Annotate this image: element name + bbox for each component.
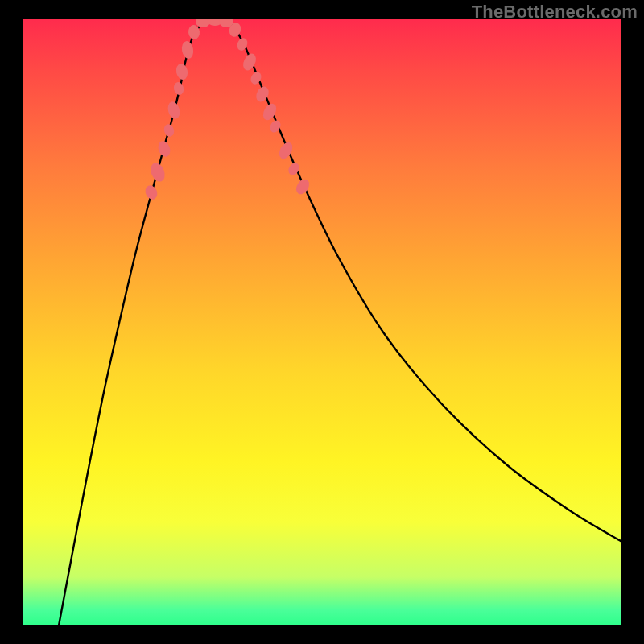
highlight-dot — [172, 81, 185, 96]
gradient-plot-area — [23, 19, 621, 625]
highlight-dot — [241, 52, 258, 72]
chart-svg — [23, 19, 621, 625]
highlight-dot — [180, 40, 195, 60]
highlight-dots — [143, 19, 312, 201]
highlight-dot — [143, 184, 159, 201]
main-curve — [59, 19, 621, 625]
highlight-dot — [294, 177, 312, 196]
highlight-dot — [148, 161, 167, 184]
highlight-dot — [156, 139, 172, 159]
highlight-dot — [166, 100, 182, 120]
highlight-dot — [175, 63, 189, 80]
highlight-dot — [163, 123, 175, 138]
watermark-text: TheBottleneck.com — [472, 2, 638, 23]
